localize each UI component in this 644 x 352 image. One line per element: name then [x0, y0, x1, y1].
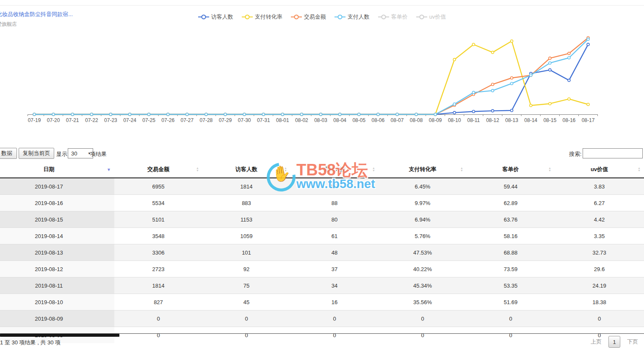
- cell-amount: 5534: [114, 195, 202, 211]
- legend-item-0[interactable]: 访客人数: [198, 13, 233, 21]
- cell-amount: 6955: [114, 178, 202, 195]
- cell-date: 2019-08-13: [0, 244, 114, 261]
- page-length-select[interactable]: 30 ▼: [68, 148, 93, 158]
- column-header-price[interactable]: 客单价▲▼: [467, 161, 555, 178]
- show-label: 显示: [56, 150, 67, 158]
- cell-payers: 37: [290, 261, 379, 277]
- cell-visitors: 0: [202, 310, 290, 327]
- data-point: [472, 91, 475, 94]
- cell-price: 59.44: [467, 178, 555, 195]
- x-axis-label: 08-03: [314, 117, 327, 123]
- cell-payers: 16: [290, 294, 379, 310]
- column-header-amount[interactable]: 交易金额▲▼: [114, 161, 202, 178]
- data-point: [511, 40, 513, 42]
- cell-visitors: 1814: [202, 178, 290, 195]
- cell-payers: 48: [290, 244, 379, 261]
- column-label: 日期: [44, 166, 55, 172]
- next-page-button[interactable]: 下页: [627, 338, 638, 346]
- cell-visitors: 45: [202, 294, 290, 310]
- x-axis-label: 08-13: [505, 117, 518, 123]
- cell-visitors: 883: [202, 195, 290, 211]
- cell-uv: 24.19: [555, 277, 644, 294]
- column-label: 访客人数: [235, 166, 257, 172]
- x-axis-label: 08-08: [410, 117, 423, 123]
- data-point: [511, 109, 513, 112]
- table-row: 2019-08-1333061014847.53%68.8832.73: [0, 244, 644, 261]
- x-axis-label: 07-22: [85, 117, 98, 123]
- cell-date: 2019-08-17: [0, 178, 114, 195]
- top-divider: [0, 5, 644, 6]
- x-axis-label: 07-24: [123, 117, 136, 123]
- x-axis-label: 07-30: [238, 117, 251, 123]
- sort-both-icon: ▲▼: [284, 167, 287, 172]
- sort-desc-icon: ▼: [107, 167, 111, 172]
- column-header-conversion[interactable]: 支付转化率▲▼: [379, 161, 467, 178]
- cell-price: 51.69: [467, 294, 555, 310]
- data-point: [511, 82, 513, 85]
- cell-visitors: 101: [202, 244, 290, 261]
- data-point: [129, 113, 131, 116]
- legend-item-3[interactable]: 支付人数: [334, 13, 370, 21]
- sort-both-icon: ▲▼: [460, 167, 463, 172]
- x-axis-label: 07-27: [180, 117, 193, 123]
- legend-item-5[interactable]: uv价值: [416, 13, 446, 21]
- cell-conversion: 35.56%: [379, 294, 467, 310]
- cell-date: 2019-08-10: [0, 294, 114, 310]
- column-header-payers[interactable]: 支付人数▲▼: [290, 161, 379, 178]
- cell-uv: 3.35: [555, 228, 644, 244]
- cell-conversion: 9.97%: [379, 195, 467, 211]
- data-point: [52, 113, 55, 116]
- x-axis-label: 07-20: [47, 117, 60, 123]
- cell-conversion: 0: [379, 310, 467, 327]
- horizontal-scrollbar-thumb[interactable]: [0, 334, 119, 337]
- x-axis-label: 07-23: [104, 117, 117, 123]
- export-data-button[interactable]: 数据: [0, 148, 17, 159]
- cell-date: 2019-08-09: [0, 310, 114, 327]
- legend-item-1[interactable]: 支付转化率: [242, 13, 282, 21]
- cell-payers: 117: [290, 178, 379, 195]
- column-header-uv[interactable]: uv价值▲▼: [555, 161, 644, 178]
- search-input[interactable]: [583, 148, 643, 158]
- cell-uv: 4.42: [555, 211, 644, 228]
- x-axis-label: 08-16: [563, 117, 576, 123]
- x-axis-label: 08-06: [372, 117, 385, 123]
- results-info: 1 至 30 项结果 , 共 30 项: [0, 339, 61, 346]
- x-axis-label: 08-12: [486, 117, 499, 123]
- x-axis-label: 08-17: [582, 117, 595, 123]
- column-header-visitors[interactable]: 访客人数▲▼: [202, 161, 290, 178]
- cell-price: 73.59: [467, 261, 555, 277]
- cell-visitors: 92: [202, 261, 290, 277]
- shop-name: 爱旗舰店: [0, 21, 73, 28]
- metrics-table: 日期▼交易金额▲▼访客人数▲▼支付人数▲▼支付转化率▲▼客单价▲▼uv价值▲▼ …: [0, 161, 644, 343]
- cell-visitors: 0: [202, 327, 290, 344]
- cell-date: 2019-08-16: [0, 195, 114, 211]
- series-line-交易金额: [34, 38, 588, 114]
- legend-item-4[interactable]: 客单价: [378, 13, 408, 21]
- cell-payers: 88: [290, 195, 379, 211]
- cell-price: 58.16: [467, 228, 555, 244]
- legend-marker-icon: [198, 14, 209, 19]
- data-point: [262, 113, 265, 116]
- cell-conversion: 40.22%: [379, 261, 467, 277]
- data-point: [281, 113, 284, 116]
- data-point: [109, 113, 112, 116]
- table-row: 2019-08-17695518141176.45%59.443.83: [0, 178, 644, 195]
- column-header-date[interactable]: 日期▼: [0, 161, 114, 178]
- data-point: [358, 113, 360, 116]
- cell-uv: 29.6: [555, 261, 644, 277]
- data-point: [549, 62, 551, 64]
- sort-both-icon: ▲▼: [196, 167, 199, 172]
- copy-current-page-button[interactable]: 复制当前页: [19, 148, 54, 159]
- data-point: [492, 83, 494, 86]
- legend-item-2[interactable]: 交易金额: [291, 13, 326, 21]
- current-page-button[interactable]: 1: [608, 336, 620, 348]
- data-point: [492, 110, 494, 112]
- data-point: [300, 113, 303, 116]
- chart-legend: 访客人数支付转化率交易金额支付人数客单价uv价值: [0, 13, 644, 21]
- cell-amount: 0: [114, 310, 202, 327]
- x-axis-label: 08-04: [333, 117, 346, 123]
- x-axis-label: 08-11: [467, 117, 480, 123]
- prev-page-button[interactable]: 上页: [591, 338, 602, 346]
- data-point: [243, 113, 246, 116]
- x-axis-label: 07-26: [161, 117, 174, 123]
